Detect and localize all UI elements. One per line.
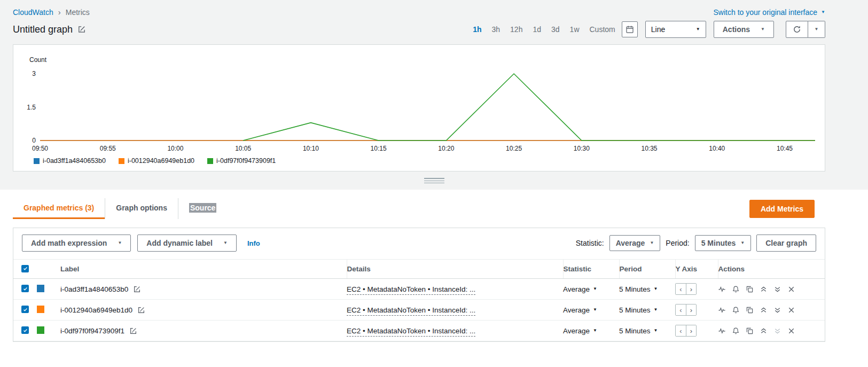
details-column-header: Details <box>347 260 563 279</box>
tab-source[interactable]: Source <box>178 198 227 219</box>
clear-graph-button[interactable]: Clear graph <box>756 235 816 252</box>
refresh-button[interactable] <box>786 21 808 38</box>
metric-details[interactable]: EC2 • MetadataNoToken • InstanceId: ... <box>347 306 475 316</box>
create-alarm-button[interactable] <box>732 306 740 314</box>
yaxis-left-button[interactable]: ‹ <box>676 304 686 315</box>
row-checkbox[interactable] <box>21 306 29 313</box>
row-period-select[interactable]: 5 Minutes ▼ <box>619 327 658 335</box>
pulse-icon <box>718 327 726 335</box>
row-statistic-select[interactable]: Average ▼ <box>563 327 597 335</box>
legend-item[interactable]: i-0012940a6949eb1d0 <box>119 157 194 165</box>
yaxis-right-button[interactable]: › <box>686 325 696 336</box>
chevron-down-icon: ▼ <box>654 308 658 312</box>
svg-text:10:25: 10:25 <box>506 145 522 152</box>
pulse-icon <box>718 285 726 293</box>
time-range-button-3h[interactable]: 3h <box>492 25 501 34</box>
chevron-down-icon: ▼ <box>118 241 122 245</box>
time-range-button-1h[interactable]: 1h <box>473 25 481 34</box>
row-period-value: 5 Minutes <box>619 285 651 293</box>
add-metrics-button[interactable]: Add Metrics <box>749 200 815 218</box>
panel-resize-handle[interactable] <box>0 171 868 190</box>
breadcrumb-chevron-icon: › <box>58 7 61 17</box>
legend-label: i-0ad3ff1a4840653b0 <box>43 157 106 165</box>
graph-metric-button[interactable] <box>718 285 726 293</box>
breadcrumb-link-cloudwatch[interactable]: CloudWatch <box>13 8 53 17</box>
tab-graphed-metrics-3[interactable]: Graphed metrics (3) <box>13 198 105 219</box>
move-up-button[interactable] <box>760 285 768 293</box>
svg-text:10:15: 10:15 <box>371 145 387 152</box>
move-down-button[interactable] <box>773 306 781 314</box>
move-up-button[interactable] <box>760 327 768 335</box>
actions-button[interactable]: Actions ▼ <box>714 21 774 38</box>
row-period-select[interactable]: 5 Minutes ▼ <box>619 306 658 314</box>
chart-type-select[interactable]: Line ▼ <box>645 21 706 38</box>
chevron-down-icon: ▼ <box>223 241 228 245</box>
create-alarm-button[interactable] <box>732 285 740 293</box>
create-alarm-button[interactable] <box>732 327 740 335</box>
yaxis-right-button[interactable]: › <box>686 304 696 315</box>
refresh-options-button[interactable]: ▼ <box>808 21 825 38</box>
yaxis-left-button[interactable]: ‹ <box>676 325 686 336</box>
row-statistic-select[interactable]: Average ▼ <box>563 306 597 314</box>
info-link[interactable]: Info <box>247 239 260 247</box>
yaxis-left-button[interactable]: ‹ <box>676 284 686 294</box>
tab-graph-options[interactable]: Graph options <box>105 198 178 219</box>
refresh-icon <box>793 25 801 34</box>
svg-text:10:40: 10:40 <box>709 145 725 152</box>
duplicate-button[interactable] <box>746 306 754 314</box>
metric-label: i-0012940a6949eb1d0 <box>60 306 132 314</box>
time-range-button-12h[interactable]: 12h <box>510 25 522 34</box>
add-dynamic-label-button[interactable]: Add dynamic label ▼ <box>137 235 237 252</box>
yaxis-column-header: Y Axis <box>675 260 718 279</box>
statistic-column-header: Statistic <box>563 260 619 279</box>
time-range-button-1d[interactable]: 1d <box>533 25 541 34</box>
move-up-button[interactable] <box>760 306 768 314</box>
yaxis-toggle: ‹ › <box>675 325 697 337</box>
metric-details[interactable]: EC2 • MetadataNoToken • InstanceId: ... <box>347 327 475 337</box>
add-math-expression-button[interactable]: Add math expression ▼ <box>22 235 131 252</box>
series-color-swatch[interactable] <box>37 306 44 313</box>
edit-title-icon[interactable] <box>77 25 86 34</box>
time-range-button-1w[interactable]: 1w <box>570 25 580 34</box>
row-checkbox[interactable] <box>21 326 29 334</box>
row-checkbox[interactable] <box>21 285 29 292</box>
chart-type-value: Line <box>651 25 665 34</box>
period-select[interactable]: 5 Minutes ▼ <box>695 235 752 251</box>
row-statistic-select[interactable]: Average ▼ <box>563 285 597 293</box>
move-down-button[interactable] <box>773 285 781 293</box>
custom-date-calendar-button[interactable] <box>622 21 638 37</box>
yaxis-right-button[interactable]: › <box>686 284 696 294</box>
series-color-swatch[interactable] <box>37 285 44 292</box>
legend-item[interactable]: i-0ad3ff1a4840653b0 <box>34 157 106 165</box>
time-range-button-3d[interactable]: 3d <box>551 25 560 34</box>
switch-interface-link[interactable]: Switch to your original interface ▼ <box>714 8 825 17</box>
legend-label: i-0df97f0f9473909f1 <box>216 157 276 165</box>
graph-metric-button[interactable] <box>718 306 726 314</box>
series-color-swatch[interactable] <box>37 326 44 334</box>
edit-label-icon[interactable] <box>133 285 141 293</box>
duplicate-button[interactable] <box>746 327 754 335</box>
chevron-down-icon: ▼ <box>815 27 819 32</box>
legend-item[interactable]: i-0df97f0f9473909f1 <box>207 157 276 165</box>
row-period-select[interactable]: 5 Minutes ▼ <box>619 285 658 293</box>
edit-label-icon[interactable] <box>137 306 145 314</box>
chevron-down-icon: ▼ <box>654 287 658 291</box>
check-icon <box>22 307 28 313</box>
graph-metric-button[interactable] <box>718 327 726 335</box>
statistic-value: Average <box>616 239 645 247</box>
edit-label-icon[interactable] <box>129 327 137 335</box>
metric-details[interactable]: EC2 • MetadataNoToken • InstanceId: ... <box>347 285 475 295</box>
remove-button[interactable] <box>787 327 795 335</box>
close-icon <box>787 285 795 293</box>
time-range-button-custom[interactable]: Custom <box>590 25 615 34</box>
move-down-button[interactable] <box>773 327 781 335</box>
select-all-checkbox[interactable] <box>21 265 29 272</box>
chevron-double-up-icon <box>760 306 768 314</box>
graph-title-text: Untitled graph <box>13 24 73 35</box>
duplicate-button[interactable] <box>746 285 754 293</box>
remove-button[interactable] <box>787 306 795 314</box>
chevron-down-icon: ▼ <box>593 308 597 312</box>
remove-button[interactable] <box>787 285 795 293</box>
metrics-line-chart[interactable]: Count01.5309:5009:5510:0010:0510:1010:15… <box>21 52 817 157</box>
statistic-select[interactable]: Average ▼ <box>609 235 661 251</box>
